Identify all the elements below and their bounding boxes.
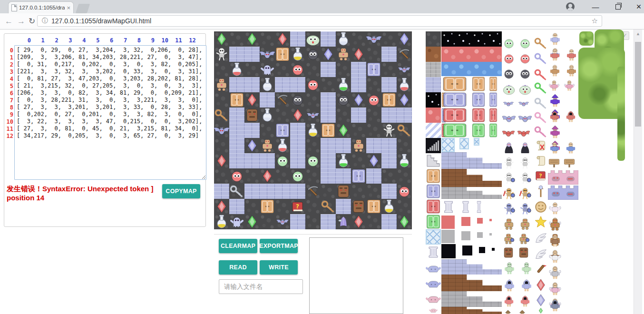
- tileset-club-flag[interactable]: [534, 263, 548, 277]
- tileset-staff[interactable]: [534, 184, 548, 199]
- page-scrollbar[interactable]: ▲: [634, 29, 642, 314]
- tileset-ice-tile[interactable]: [426, 229, 441, 245]
- tileset-oldman-pair[interactable]: [548, 31, 578, 47]
- tileset-terrain-cobble[interactable]: [426, 31, 441, 47]
- tileset-door-red-tile[interactable]: [426, 199, 441, 214]
- tileset-red-bat-pair[interactable]: [502, 127, 536, 140]
- tileset-wall-cascade-brown-2[interactable]: [441, 275, 502, 291]
- tileset-gingerbread-pair[interactable]: [548, 217, 578, 232]
- tileset-gem-green-large[interactable]: [534, 307, 548, 314]
- tileset-terrain-starfield[interactable]: [426, 92, 441, 108]
- tileset-wall-cascade-gray[interactable]: [441, 187, 502, 199]
- tileset-star-yellow[interactable]: [534, 215, 548, 229]
- tileset-key-ornate-pink[interactable]: [534, 125, 548, 139]
- tileset-terrain-diagonal[interactable]: [426, 123, 441, 138]
- tileset-scroll-red-ribbon[interactable]: [534, 139, 548, 153]
- tileset-king-pair[interactable]: [548, 125, 578, 140]
- tileset-wing-white[interactable]: [534, 231, 548, 245]
- tileset-pillar-tile[interactable]: [426, 245, 441, 260]
- tileset-key-bronze[interactable]: [534, 36, 548, 50]
- tileset-wall-cascade-brown[interactable]: [441, 169, 502, 187]
- tileset-gem-red-large[interactable]: [534, 278, 548, 292]
- tileset-doors-row-violet[interactable]: [441, 92, 502, 108]
- tileset-rubble-violet[interactable]: [426, 275, 441, 290]
- tileset-stairs-dark-tile[interactable]: [426, 138, 441, 153]
- tileset-tiki-head-pair[interactable]: [502, 246, 536, 259]
- tileset-ice-row[interactable]: [441, 138, 502, 152]
- tileset-dwarf-pair[interactable]: [548, 48, 578, 62]
- tileset-skeleton-pair[interactable]: [502, 156, 536, 170]
- tileset-steps-tile[interactable]: [426, 153, 441, 168]
- tileset-wall-cascade-lavender[interactable]: [441, 152, 502, 169]
- tileset-green-slime-pair[interactable]: [502, 36, 536, 50]
- tileset-zombie-pair[interactable]: [502, 261, 536, 276]
- tileset-key-red[interactable]: [534, 68, 548, 82]
- tileset-doors-row-red[interactable]: [441, 108, 502, 123]
- tileset-skeleton-orange-pair[interactable]: [502, 186, 536, 201]
- tileset-red-slime-pair[interactable]: [502, 51, 536, 66]
- tileset-mummy-pair[interactable]: [502, 217, 536, 231]
- tileset-key-pink[interactable]: [534, 110, 548, 125]
- tileset-wing-silver[interactable]: [534, 247, 548, 262]
- tileset-fairy-pair[interactable]: [548, 79, 578, 92]
- tileset-reaper-pair[interactable]: [548, 109, 578, 124]
- tileset-boy-pair[interactable]: [548, 141, 578, 155]
- tileset-gem-violet-large[interactable]: [534, 293, 548, 307]
- tileset-book-red[interactable]: ?: [534, 168, 548, 183]
- tileset-wizard-pair[interactable]: [548, 93, 578, 108]
- tileset-hooded-ghost-blue-pair[interactable]: [502, 278, 536, 293]
- tileset-pillars-row[interactable]: [441, 199, 502, 215]
- tileset-big-bat-pair[interactable]: [502, 111, 536, 126]
- tileset-pink-fairy-pair[interactable]: [548, 282, 578, 297]
- tileset-wall-cascade-lavender-2[interactable]: [441, 259, 502, 275]
- tileset-wall-cascade-gray-2[interactable]: [441, 291, 502, 307]
- tileset-face-wall-pink[interactable]: [548, 170, 578, 185]
- scroll-up-icon[interactable]: ▲: [634, 31, 642, 36]
- tileset-door-green-tile[interactable]: [426, 214, 441, 229]
- tileset-rubble-rose[interactable]: [426, 305, 441, 314]
- tileset-terrain-dirt[interactable]: [426, 47, 441, 62]
- tileset-bear-pair[interactable]: [548, 233, 578, 248]
- tileset-sizes-gray[interactable]: [441, 229, 502, 244]
- tileset-door-orange-tile[interactable]: [426, 168, 441, 184]
- tileset-princess-pair[interactable]: [548, 201, 578, 216]
- tileset-sign-pair[interactable]: [548, 156, 578, 169]
- tileset-angel-pair[interactable]: [548, 249, 578, 265]
- tileset-terrain-redstone[interactable]: [426, 108, 441, 123]
- tileset-skeleton-shield-pair[interactable]: [502, 171, 536, 186]
- tileset-terrain-brick[interactable]: [426, 77, 441, 92]
- tileset-vampire-pair[interactable]: [502, 141, 536, 155]
- tileset-brawler-pair[interactable]: [548, 63, 578, 78]
- tileset-small-bat-pair[interactable]: [502, 97, 536, 110]
- tileset-gray-figure-pair[interactable]: [548, 265, 578, 281]
- tileset-doors-row-orange[interactable]: [441, 76, 502, 92]
- tileset-hooded-ghost-red-pair[interactable]: [502, 294, 536, 308]
- tileset-dark-slime-pair[interactable]: [502, 67, 536, 81]
- tileset-wall-cascade-brown-3[interactable]: [441, 307, 502, 314]
- tileset-terrain-stone[interactable]: [426, 62, 441, 77]
- tileset-tree-strip[interactable]: [617, 67, 625, 161]
- scrollbar-thumb[interactable]: [635, 42, 641, 127]
- tileset-tree-bush[interactable]: [579, 31, 594, 46]
- tileset-big-starfield[interactable]: [441, 31, 502, 47]
- tileset-face-wall-violet[interactable]: [548, 186, 578, 200]
- tileset-big-redstone[interactable]: [441, 47, 502, 62]
- tileset-doors-row-green[interactable]: [441, 123, 502, 138]
- tileset-skeleton-armored-pair[interactable]: [502, 202, 536, 216]
- tileset-dark-figure-pair[interactable]: [548, 298, 578, 313]
- tileset-big-slime-pair[interactable]: [502, 82, 536, 96]
- tileset-big-water[interactable]: [441, 62, 502, 76]
- tileset-key-violet[interactable]: [534, 51, 548, 66]
- tileset-hat-figure-pair[interactable]: [502, 309, 536, 314]
- tileset-sizes-red[interactable]: [441, 215, 502, 229]
- tileset-rubble-lavender[interactable]: [426, 260, 441, 275]
- tileset-key-silver[interactable]: [534, 96, 548, 110]
- tileset-door-violet-tile[interactable]: [426, 184, 441, 199]
- tileset-scroll-tan[interactable]: [534, 154, 548, 168]
- close-button[interactable]: ×: [632, 0, 644, 13]
- tileset-golem-shield-pair[interactable]: [502, 232, 536, 245]
- tileset-sizes-black[interactable]: [441, 244, 502, 259]
- tileset-rubble-pink[interactable]: [426, 290, 441, 305]
- tileset-key-green[interactable]: [534, 81, 548, 95]
- tileset-medallion[interactable]: [534, 200, 548, 214]
